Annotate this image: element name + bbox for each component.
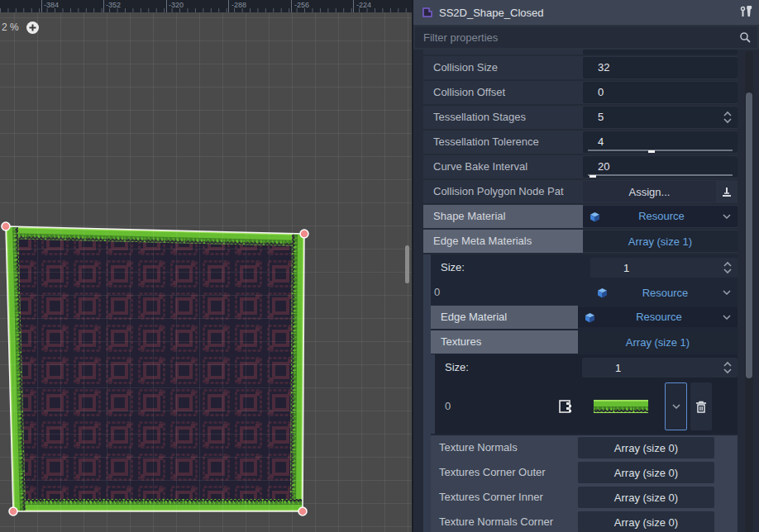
control-point-handle[interactable]: [9, 507, 17, 515]
texture-normals-corner-array-button[interactable]: Array (size 0): [578, 511, 714, 532]
inspector-scrollbar-thumb[interactable]: [746, 93, 752, 378]
2d-viewport[interactable]: -384 -352 -320 -288 -256 -224 2 %: [0, 0, 412, 532]
array-size-input[interactable]: 1: [582, 358, 738, 378]
ruler-label: -256: [294, 1, 309, 9]
ruler-label: -288: [232, 1, 246, 9]
ruler-major-tick: [166, 0, 167, 12]
property-label: Collision Offset: [423, 81, 583, 104]
curve-bake-interval-slider[interactable]: 20: [583, 156, 738, 178]
slider-track[interactable]: [588, 174, 733, 176]
inspector-header: SS2D_Shape_Closed: [413, 0, 759, 25]
property-label[interactable]: Shape Material: [423, 205, 583, 228]
edge-material-array-group: Texture Normals Array (size 0) Textures …: [431, 435, 738, 532]
size-label: Size:: [431, 256, 590, 279]
slider-track[interactable]: [588, 150, 733, 151]
array-index-label: 0: [435, 395, 559, 418]
edge-material-resource-dropdown[interactable]: Resource: [578, 307, 738, 327]
texture-options-dropdown[interactable]: [665, 382, 687, 430]
array-size-input[interactable]: 1: [590, 258, 738, 278]
ruler-major-tick: [291, 0, 292, 12]
property-label[interactable]: Edge Material: [431, 306, 578, 329]
assign-nodepath-button[interactable]: Assign...: [583, 181, 716, 202]
spinner-updown-icon[interactable]: [723, 111, 733, 124]
textures-section: Size: 1 0: [431, 354, 738, 434]
edge-meta-materials-array-button[interactable]: Array (size 1): [583, 230, 738, 252]
godot-editor-window: -384 -352 -320 -288 -256 -224 2 % SS2D_S…: [0, 0, 759, 532]
ruler-major-tick: [353, 0, 354, 12]
property-row-textures-corner-outer: Textures Corner Outer Array (size 0): [431, 460, 738, 485]
horizontal-ruler: -384 -352 -320 -288 -256 -224: [0, 0, 412, 12]
tools-icon[interactable]: [739, 6, 752, 19]
chevron-down-icon: [723, 290, 731, 295]
partial-row: [423, 50, 738, 55]
collision-offset-input[interactable]: 0: [583, 82, 738, 103]
textures-corner-inner-array-button[interactable]: Array (size 0): [578, 487, 714, 508]
property-row-tessellation-stages: Tessellation Stages 5: [423, 106, 738, 129]
resource-cube-icon: [585, 312, 595, 323]
textures-corner-outer-array-button[interactable]: Array (size 0): [578, 462, 714, 483]
shape-fill-texture: [6, 226, 304, 511]
control-point-handle[interactable]: [2, 222, 10, 230]
inspected-node-name: SS2D_Shape_Closed: [439, 7, 739, 19]
ruler-label: -352: [106, 1, 121, 9]
texture-normals-array-button[interactable]: Array (size 0): [578, 437, 714, 458]
zoom-percentage[interactable]: 2 %: [2, 21, 19, 33]
properties-list: Collision Size 32 Collision Offset 0 Tes…: [413, 50, 759, 532]
property-row-texture-normals: Texture Normals Array (size 0): [431, 435, 738, 460]
search-icon: [739, 31, 751, 43]
property-label[interactable]: Textures: [431, 330, 578, 354]
ruler-label: -384: [44, 1, 59, 9]
property-row-collision-size: Collision Size 32: [423, 56, 738, 79]
pick-node-button[interactable]: [716, 181, 738, 202]
property-label: Tessellation Stages: [423, 106, 583, 129]
trash-icon: [695, 401, 707, 413]
property-label: Texture Normals: [431, 436, 578, 459]
property-row-collision-offset: Collision Offset 0: [423, 81, 738, 104]
texture-file-icon: [559, 400, 572, 413]
property-label[interactable]: Edge Meta Materials: [423, 230, 583, 253]
slider-grabber[interactable]: [648, 150, 655, 153]
viewport-vertical-scrollbar[interactable]: [405, 245, 409, 283]
property-row-edge-material: Edge Material Resource: [431, 305, 738, 330]
filter-bar: Filter properties: [413, 25, 759, 50]
property-row-textures-corner-inner: Textures Corner Inner Array (size 0): [431, 485, 738, 510]
inspector-panel: SS2D_Shape_Closed Filter properties: [413, 0, 759, 532]
delete-texture-button[interactable]: [690, 382, 712, 430]
resource-cube-icon: [597, 287, 608, 298]
property-row-collision-polygon: Collision Polygon Node Pat Assign...: [423, 180, 738, 203]
ruler-label: -224: [356, 1, 371, 9]
ruler-major-tick: [41, 0, 42, 12]
collision-size-input[interactable]: 32: [583, 57, 738, 78]
property-label: Collision Polygon Node Pat: [423, 180, 583, 203]
node-shape-icon: [422, 7, 433, 18]
texture-item-row: 0: [435, 380, 738, 433]
add-point-icon[interactable]: [26, 21, 39, 34]
size-label: Size:: [435, 356, 582, 379]
control-point-handle[interactable]: [300, 230, 308, 238]
shape-canvas: [0, 0, 412, 532]
chevron-down-icon: [723, 214, 731, 219]
ruler-major-tick: [103, 0, 104, 12]
tessellation-tolerence-slider[interactable]: 4: [583, 131, 738, 153]
tessellation-stages-input[interactable]: 5: [583, 107, 738, 128]
edge-meta-materials-section: Size: 1 0: [423, 254, 738, 532]
property-row-curve-bake-interval: Curve Bake Interval 20: [423, 155, 738, 178]
property-row-textures: Textures Array (size 1): [431, 330, 738, 354]
property-row-tessellation-tolerence: Tessellation Tolerence 4: [423, 131, 738, 154]
array-index-label: 0: [431, 281, 590, 304]
grass-texture-preview[interactable]: [594, 400, 648, 413]
meta-item-resource-dropdown[interactable]: Resource: [590, 280, 738, 305]
spinner-updown-icon[interactable]: [723, 361, 733, 374]
property-row-shape-material: Shape Material Resource: [423, 205, 738, 228]
property-label: Textures Corner Outer: [431, 461, 578, 484]
chevron-down-icon: [672, 404, 680, 409]
slider-grabber[interactable]: [590, 175, 596, 178]
property-label: Curve Bake Interval: [423, 155, 583, 178]
textures-array-button[interactable]: Array (size 1): [578, 331, 738, 353]
shape-material-resource-dropdown[interactable]: Resource: [583, 206, 738, 227]
control-point-handle[interactable]: [298, 507, 307, 515]
filter-properties-input[interactable]: Filter properties: [415, 26, 757, 48]
spinner-updown-icon[interactable]: [723, 261, 733, 274]
property-label: Textures Corner Inner: [431, 486, 578, 509]
property-row-edge-meta-materials: Edge Meta Materials Array (size 1): [423, 230, 738, 253]
